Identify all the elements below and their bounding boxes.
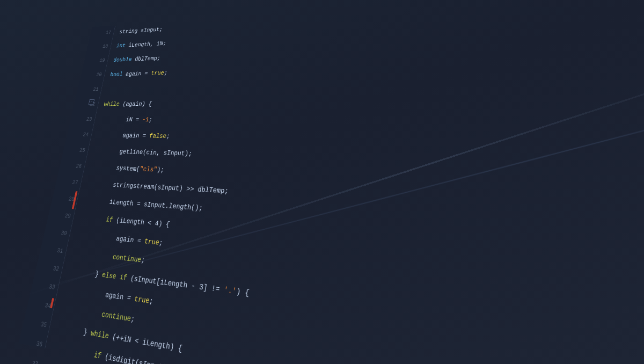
line-num-33: 33 [44, 278, 57, 297]
line-num-23: 23 [82, 112, 93, 127]
line-num-27: 27 [68, 174, 80, 191]
line-num-24: 24 [78, 127, 90, 143]
code-editor: − 17 18 19 20 21 22 23 24 25 26 27 28 29… [0, 0, 644, 364]
line-num-29: 29 [60, 207, 72, 225]
line-num-32: 32 [48, 259, 61, 279]
line-num-18: 18 [98, 40, 109, 54]
line-num-26: 26 [71, 158, 83, 175]
line-num-19: 19 [95, 54, 106, 68]
code-area: string sInput; int iLength, iN; double d… [25, 0, 644, 364]
line-num-20: 20 [92, 68, 103, 82]
line-num-37: 37 [26, 353, 40, 364]
line-num-31: 31 [52, 242, 65, 260]
code-container: − 17 18 19 20 21 22 23 24 25 26 27 28 29… [19, 0, 644, 364]
line-num-35: 35 [35, 315, 49, 336]
line-num-30: 30 [56, 224, 69, 243]
line-num-21: 21 [89, 82, 100, 97]
line-num-36: 36 [31, 334, 45, 355]
line-num-17: 17 [101, 26, 113, 40]
line-num-25: 25 [75, 143, 86, 159]
